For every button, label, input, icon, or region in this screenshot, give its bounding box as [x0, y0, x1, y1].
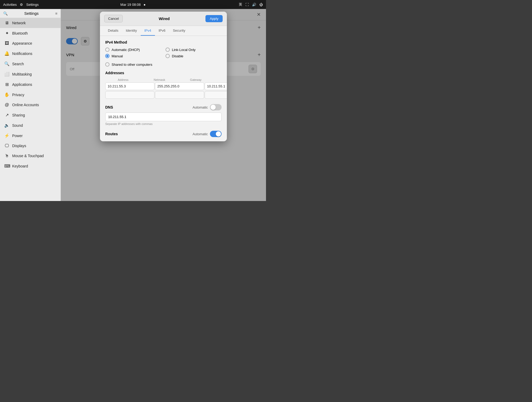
sidebar-search-icon[interactable]: 🔍	[3, 11, 8, 16]
sidebar-item-appearance[interactable]: 🖼 Appearance	[0, 38, 61, 48]
bluetooth-icon: ✦	[4, 31, 10, 36]
sidebar-item-notifications[interactable]: 🔔 Notifications	[0, 48, 61, 59]
privacy-icon: ✋	[4, 92, 10, 97]
gateway-input-1[interactable]	[205, 82, 227, 90]
routes-auto-label: Automatic	[192, 132, 208, 136]
sidebar-item-label: Mouse & Touchpad	[12, 154, 44, 158]
sharing-icon: ↗	[4, 113, 10, 118]
network-tray-icon[interactable]: ⛶	[245, 3, 249, 7]
dialog-body: IPv4 Method Automatic (DHCP) Link-Lo	[100, 36, 227, 141]
method-manual-radio[interactable]	[105, 54, 109, 58]
sidebar-item-label: Online Accounts	[12, 103, 39, 107]
netmask-input-1[interactable]	[155, 82, 204, 90]
sidebar-item-multitasking[interactable]: ⬜ Multitasking	[0, 69, 61, 79]
sidebar: 🔍 Settings ≡ 🖥 Network ✦ Bluetooth 🖼 App…	[0, 9, 61, 201]
method-link-local-radio[interactable]	[166, 48, 170, 52]
tab-details[interactable]: Details	[104, 26, 122, 36]
online-accounts-icon: @	[4, 102, 10, 107]
tab-ipv4[interactable]: IPv4	[141, 26, 155, 36]
apply-button[interactable]: Apply	[205, 15, 223, 22]
sidebar-item-sharing[interactable]: ↗ Sharing	[0, 110, 61, 120]
sidebar-item-label: Keyboard	[12, 164, 28, 168]
sidebar-item-search[interactable]: 🔍 Search	[0, 59, 61, 69]
method-link-local-option[interactable]: Link-Local Only	[166, 48, 222, 52]
tab-ipv4-label: IPv4	[144, 29, 151, 32]
method-shared-radio[interactable]	[105, 62, 109, 67]
radio-selected-indicator	[106, 55, 108, 57]
tab-identity[interactable]: Identity	[122, 26, 141, 36]
dialog-tabs: Details Identity IPv4 IPv6 Security	[100, 26, 227, 36]
keyboard-icon: ⌨	[4, 163, 10, 169]
col-address-header: Address	[105, 78, 141, 81]
settings-gear-icon: ⚙	[20, 3, 23, 7]
sidebar-item-label: Notifications	[12, 52, 32, 56]
sidebar-item-label: Privacy	[12, 93, 24, 97]
cancel-button[interactable]: Cancel	[104, 15, 123, 22]
sidebar-item-network[interactable]: 🖥 Network	[0, 18, 61, 28]
method-manual-label: Manual	[112, 54, 123, 58]
address-input-1[interactable]	[105, 82, 154, 90]
dns-auto-toggle[interactable]	[210, 104, 222, 110]
method-manual-option[interactable]: Manual	[105, 54, 161, 58]
routes-header: Routes Automatic	[105, 131, 222, 137]
routes-label: Routes	[105, 132, 192, 136]
method-link-local-label: Link-Local Only	[172, 48, 196, 52]
sidebar-item-privacy[interactable]: ✋ Privacy	[0, 90, 61, 100]
sidebar-header: 🔍 Settings ≡	[0, 9, 61, 18]
sidebar-item-label: Power	[12, 134, 23, 138]
method-disable-option[interactable]: Disable	[166, 54, 222, 58]
routes-toggle-knob	[216, 131, 221, 137]
netmask-input-2[interactable]	[155, 91, 204, 99]
mouse-icon: 🖱	[4, 153, 10, 158]
dialog-title: Wired	[123, 16, 205, 21]
tab-security[interactable]: Security	[169, 26, 189, 36]
tab-ipv6[interactable]: IPv6	[155, 26, 169, 36]
datetime-label: Mar 19 08:08	[120, 3, 141, 7]
sidebar-item-applications[interactable]: ⊞ Applications	[0, 79, 61, 90]
sidebar-title: Settings	[10, 11, 53, 16]
appearance-icon: 🖼	[4, 41, 10, 46]
sound-tray-icon[interactable]: 🔊	[252, 3, 256, 7]
multitasking-icon: ⬜	[4, 72, 10, 77]
lang-icon[interactable]: 英	[239, 2, 242, 7]
sidebar-item-label: Multitasking	[12, 72, 32, 76]
power-tray-icon[interactable]: ⏻	[259, 3, 263, 7]
sidebar-item-power[interactable]: ⚡ Power	[0, 130, 61, 141]
notifications-icon: 🔔	[4, 51, 10, 56]
topbar: Activities ⚙ Settings Mar 19 08:08 ● 英 ⛶…	[0, 0, 266, 9]
network-icon: 🖥	[4, 21, 10, 25]
col-gateway-header: Gateway	[178, 78, 214, 81]
power-icon: ⚡	[4, 133, 10, 138]
sidebar-item-label: Sharing	[12, 113, 25, 117]
sidebar-item-bluetooth[interactable]: ✦ Bluetooth	[0, 28, 61, 38]
sidebar-item-displays[interactable]: 🖵 Displays	[0, 141, 61, 151]
sidebar-item-sound[interactable]: 🔈 Sound	[0, 120, 61, 130]
main-window: 🔍 Settings ≡ 🖥 Network ✦ Bluetooth 🖼 App…	[0, 9, 266, 201]
method-dhcp-label: Automatic (DHCP)	[112, 48, 140, 52]
method-dhcp-option[interactable]: Automatic (DHCP)	[105, 48, 161, 52]
activities-label[interactable]: Activities	[3, 3, 17, 7]
settings-app-label[interactable]: Settings	[26, 3, 39, 7]
method-disable-radio[interactable]	[166, 54, 170, 58]
method-shared-label: Shared to other computers	[112, 63, 152, 67]
dns-input[interactable]	[105, 113, 222, 121]
sidebar-menu-icon[interactable]: ≡	[55, 11, 57, 16]
gateway-input-2[interactable]	[205, 91, 227, 99]
dot-indicator: ●	[144, 3, 146, 7]
dns-header: DNS Automatic	[105, 104, 222, 110]
address-input-2[interactable]	[105, 91, 154, 99]
sidebar-item-online-accounts[interactable]: @ Online Accounts	[0, 100, 61, 110]
sidebar-item-mouse[interactable]: 🖱 Mouse & Touchpad	[0, 151, 61, 161]
method-shared-option[interactable]: Shared to other computers	[105, 62, 222, 67]
dialog-header: Cancel Wired Apply	[100, 12, 227, 26]
routes-auto-toggle[interactable]	[210, 131, 222, 137]
method-dhcp-radio[interactable]	[105, 48, 109, 52]
applications-icon: ⊞	[4, 82, 10, 87]
sidebar-item-label: Appearance	[12, 41, 32, 45]
sidebar-item-keyboard[interactable]: ⌨ Keyboard	[0, 161, 61, 171]
addresses-label: Addresses	[105, 71, 222, 75]
sidebar-item-label: Search	[12, 62, 24, 66]
dialog-overlay: Cancel Wired Apply Details Identity IPv4	[61, 9, 266, 201]
wired-dialog: Cancel Wired Apply Details Identity IPv4	[100, 12, 227, 141]
tab-details-label: Details	[108, 29, 118, 32]
